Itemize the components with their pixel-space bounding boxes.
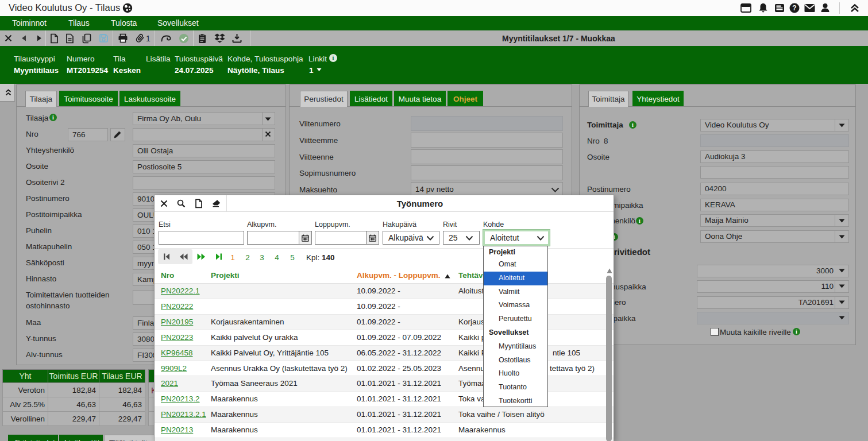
svg-text:?: ? [792,4,796,12]
